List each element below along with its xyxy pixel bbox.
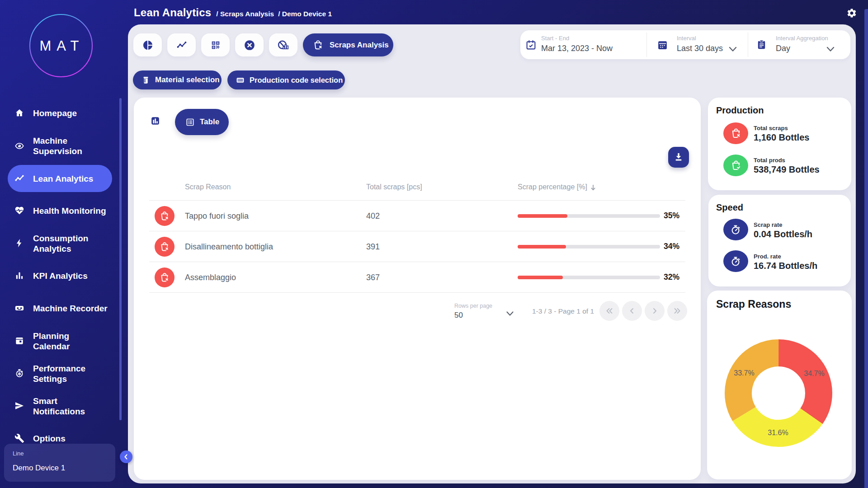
svg-text:MAT: MAT [39, 38, 84, 54]
